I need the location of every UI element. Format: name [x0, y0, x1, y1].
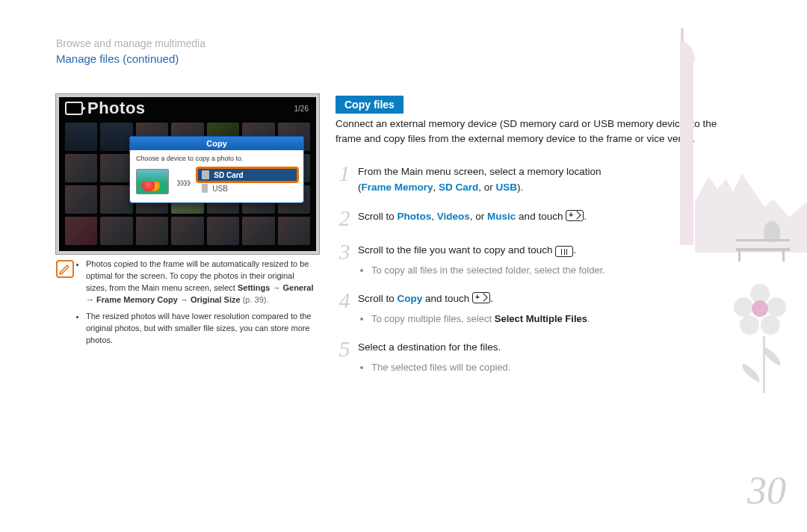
- device-screenshot: Photos 1/26 Copy Choose a device to copy…: [56, 94, 319, 254]
- option-sd-card[interactable]: SD Card: [197, 168, 297, 182]
- menu-button-icon: [555, 246, 573, 257]
- note-block: Photos copied to the frame will be autom…: [56, 259, 314, 351]
- section-title: Manage files (continued): [56, 52, 179, 65]
- option-usb[interactable]: USB: [197, 182, 297, 195]
- manual-page: Browse and manage multimedia Manage file…: [0, 0, 807, 532]
- intro-text: Connect an external memory device (SD me…: [336, 117, 727, 146]
- step-2: 2 Scroll to Photos, Videos, or Music and…: [336, 209, 732, 229]
- dialog-thumbnail: [136, 169, 169, 194]
- photos-icon: [65, 102, 83, 115]
- step-3: 3 Scroll to the file you want to copy an…: [336, 243, 732, 278]
- sub-bullet: To copy all files in the selected folder…: [371, 263, 732, 278]
- screenshot-title: Photos: [65, 99, 146, 118]
- usb-icon: [202, 184, 208, 193]
- heading-copy-files: Copy files: [336, 96, 404, 114]
- copy-dialog: Copy Choose a device to copy a photo to.…: [129, 136, 304, 203]
- dialog-title: Copy: [130, 137, 303, 150]
- step-number: 5: [336, 338, 353, 375]
- step-5: 5 Select a destination for the files. Th…: [336, 340, 732, 375]
- enter-button-icon: [472, 292, 490, 303]
- step-1: 1 From the Main menu screen, select a me…: [336, 164, 732, 196]
- sub-bullet: The selected files will be copied.: [371, 360, 732, 375]
- step-number: 2: [336, 207, 353, 229]
- dialog-message: Choose a device to copy a photo to.: [130, 150, 303, 165]
- step-number: 1: [336, 162, 353, 196]
- note-item: Photos copied to the frame will be autom…: [86, 259, 314, 306]
- step-number: 4: [336, 289, 353, 327]
- device-list: SD Card USB: [197, 168, 297, 195]
- sub-bullet: To copy multiple files, select Select Mu…: [371, 312, 732, 327]
- note-item: The resized photos will have lower resol…: [86, 311, 314, 347]
- step-list: 1 From the Main menu screen, select a me…: [336, 164, 732, 389]
- breadcrumb: Browse and manage multimedia: [56, 37, 205, 49]
- enter-button-icon: [566, 210, 584, 221]
- step-4: 4 Scroll to Copy and touch . To copy mul…: [336, 291, 732, 327]
- sd-card-icon: [202, 170, 209, 179]
- page-number: 30: [747, 468, 786, 513]
- note-icon: [56, 260, 74, 278]
- arrows-icon: »»: [176, 173, 190, 191]
- step-number: 3: [336, 241, 353, 278]
- photo-counter: 1/26: [294, 105, 309, 113]
